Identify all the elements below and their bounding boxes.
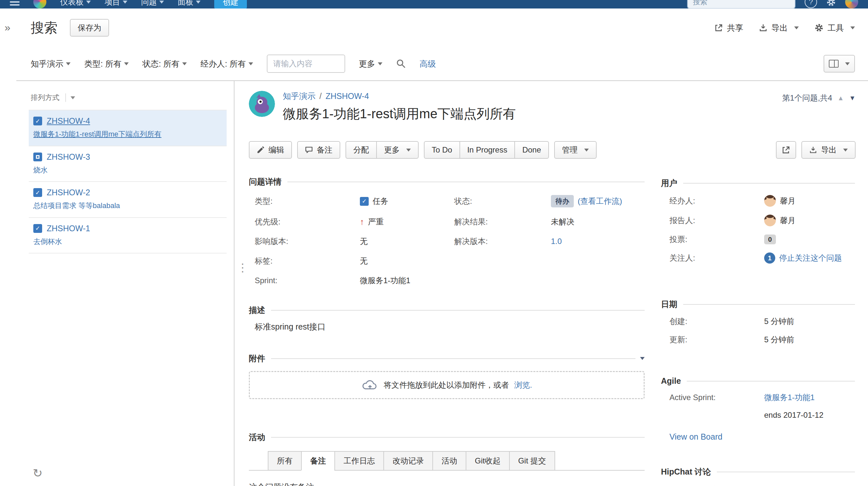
view-switch-button[interactable] xyxy=(824,55,855,72)
breadcrumb-project-link[interactable]: 知乎演示 xyxy=(283,91,315,101)
field-label-sprint: Sprint: xyxy=(249,271,360,291)
admin-button[interactable]: 管理 xyxy=(554,141,597,159)
previous-issue-icon[interactable]: ▲ xyxy=(837,94,844,102)
tab-comments[interactable]: 备注 xyxy=(301,451,335,470)
nav-item-projects[interactable]: 项目 xyxy=(104,0,127,7)
gear-icon[interactable] xyxy=(826,0,836,7)
nav-item-issues[interactable]: 问题 xyxy=(141,0,164,7)
view-on-board-link[interactable]: View on Board xyxy=(670,432,722,442)
in-progress-transition-button[interactable]: In Progress xyxy=(460,141,515,159)
filter-status-dropdown[interactable]: 状态: 所有 xyxy=(143,58,187,69)
chevron-down-icon xyxy=(123,1,127,4)
chevron-down-icon xyxy=(159,1,164,4)
advanced-search-link[interactable]: 高级 xyxy=(420,58,436,69)
dates-fields: 创建: 5 分钟前 更新: 5 分钟前 xyxy=(661,312,855,349)
share-button[interactable]: 共享 xyxy=(714,23,743,33)
edit-button[interactable]: 编辑 xyxy=(249,141,292,159)
attachment-dropzone[interactable]: 将文件拖放到此处以添加附件，或者 浏览. xyxy=(249,371,645,399)
issue-key-link[interactable]: ZHSHOW-1 xyxy=(47,224,90,233)
nav-item-dashboards[interactable]: 仪表板 xyxy=(60,0,91,7)
export-issue-button[interactable]: 导出 xyxy=(801,141,856,159)
dropzone-text: 将文件拖放到此处以添加附件，或者 xyxy=(384,380,509,390)
share-issue-button[interactable] xyxy=(776,141,796,159)
chevron-down-icon xyxy=(794,26,799,29)
next-issue-icon[interactable]: ▼ xyxy=(849,94,856,102)
text-search-input[interactable] xyxy=(267,55,345,73)
filter-more-dropdown[interactable]: 更多 xyxy=(359,58,382,69)
attachments-menu-icon[interactable] xyxy=(640,357,645,360)
quick-search-input[interactable] xyxy=(687,0,796,8)
export-icon xyxy=(759,24,768,32)
page: » 搜索 保存为 共享 导出 工具 xyxy=(0,8,868,486)
pager-text: 第1个问题,共4 xyxy=(782,93,832,103)
chevron-down-icon xyxy=(249,62,253,65)
chevron-down-icon xyxy=(182,62,187,65)
issue-summary-link[interactable]: 去倒杯水 xyxy=(33,237,222,247)
active-sprint-link[interactable]: 微服务1-功能1 xyxy=(764,392,815,403)
issue-key-link[interactable]: ZHSHOW-3 xyxy=(47,152,90,162)
filter-assignee-dropdown[interactable]: 经办人: 所有 xyxy=(200,58,253,69)
filter-type-dropdown[interactable]: 类型: 所有 xyxy=(84,58,129,69)
tab-history[interactable]: 改动记录 xyxy=(383,451,433,470)
header-actions: 共享 导出 工具 xyxy=(714,23,855,33)
active-sprint-label: Active Sprint: xyxy=(661,388,764,407)
chevron-down-icon xyxy=(843,149,848,152)
done-transition-button[interactable]: Done xyxy=(514,141,549,159)
issue-summary-link[interactable]: 总结项目需求 等等balabala xyxy=(33,201,222,211)
issue-key-link[interactable]: ZHSHOW-4 xyxy=(47,116,90,126)
assignee-value[interactable]: 馨月 xyxy=(764,191,855,211)
stop-watching-link[interactable]: 停止关注这个问题 xyxy=(779,253,842,263)
tools-menu-button[interactable]: 工具 xyxy=(814,23,855,33)
field-label-labels: 标签: xyxy=(249,251,360,271)
issue-list-item[interactable]: ✓ ZHSHOW-4 微服务1-功能1-rest调用me下端点列所有 xyxy=(29,111,227,146)
panel-resize-handle[interactable]: ⋮ xyxy=(237,263,248,273)
issue-list-item[interactable]: ✓ ZHSHOW-1 去倒杯水 xyxy=(29,218,227,254)
watchers-badge[interactable]: 1 xyxy=(764,252,775,264)
issue-fields: 类型: ✓ 任务 状态: 待办 (查看工作流) 优先级: xyxy=(249,190,645,291)
hamburger-menu-icon[interactable] xyxy=(10,0,20,5)
issue-list-item[interactable]: ZHSHOW-3 烧水 xyxy=(29,146,227,182)
attachments-section-header: 附件 xyxy=(249,353,645,364)
watchers-label: 关注人: xyxy=(661,248,764,268)
help-icon[interactable]: ? xyxy=(805,0,817,8)
issue-summary-link[interactable]: 微服务1-功能1-rest调用me下端点列所有 xyxy=(33,130,222,139)
export-menu-button[interactable]: 导出 xyxy=(759,23,799,33)
browse-files-link[interactable]: 浏览. xyxy=(514,380,532,390)
user-avatar[interactable] xyxy=(845,0,858,8)
more-button[interactable]: 更多 xyxy=(376,141,418,159)
comment-button[interactable]: 备注 xyxy=(297,141,340,159)
share-icon xyxy=(714,24,723,32)
tab-all[interactable]: 所有 xyxy=(268,451,302,470)
tab-activity[interactable]: 活动 xyxy=(432,451,466,470)
breadcrumb-issue-link[interactable]: ZHSHOW-4 xyxy=(326,91,369,101)
tab-worklog[interactable]: 工作日志 xyxy=(334,451,384,470)
active-sprint-value: 微服务1-功能1 xyxy=(764,388,855,407)
agile-fields: Active Sprint: 微服务1-功能1 ends 2017-01-12 xyxy=(661,388,855,424)
filter-project-dropdown[interactable]: 知乎演示 xyxy=(31,58,70,69)
nav-item-boards[interactable]: 面板 xyxy=(178,0,200,7)
breadcrumb-and-title: 知乎演示 / ZHSHOW-4 微服务1-功能1-rest调用me下端点列所有 xyxy=(283,91,516,123)
todo-transition-button[interactable]: To Do xyxy=(424,141,460,159)
reporter-label: 报告人: xyxy=(661,211,764,230)
refresh-icon[interactable]: ↻ xyxy=(33,466,42,480)
updated-label: 更新: xyxy=(661,331,764,349)
save-as-button[interactable]: 保存为 xyxy=(70,19,109,37)
expand-sidebar-icon[interactable]: » xyxy=(5,22,10,34)
hipchat-text: 你想在讨论这个问题吗？链接到HipChat. xyxy=(670,484,855,486)
priority-critical-icon: ↑ xyxy=(360,217,364,227)
view-workflow-link[interactable]: (查看工作流) xyxy=(578,196,622,206)
issue-key-link[interactable]: ZHSHOW-2 xyxy=(47,188,90,197)
votes-value[interactable]: 0 xyxy=(764,230,855,248)
field-value-priority: ↑ 严重 xyxy=(360,212,448,232)
app-logo[interactable] xyxy=(33,0,46,8)
reporter-value[interactable]: 馨月 xyxy=(764,211,855,230)
issue-list-item[interactable]: ✓ ZHSHOW-2 总结项目需求 等等balabala xyxy=(29,182,227,218)
create-button[interactable]: 创建 xyxy=(214,0,247,8)
tab-git-commits[interactable]: Git 提交 xyxy=(509,451,555,470)
fix-version-link[interactable]: 1.0 xyxy=(551,237,562,246)
tab-git-rollup[interactable]: Git收起 xyxy=(466,451,510,470)
search-icon[interactable] xyxy=(396,59,406,69)
issue-summary-link[interactable]: 烧水 xyxy=(33,165,222,175)
sort-control[interactable]: 排列方式 xyxy=(31,93,225,102)
assign-button[interactable]: 分配 xyxy=(345,141,377,159)
